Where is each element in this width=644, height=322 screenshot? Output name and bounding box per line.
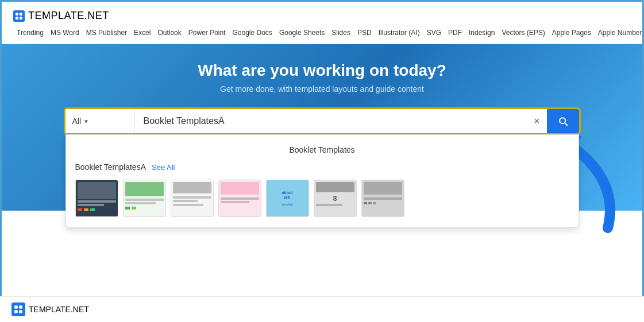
nav-item-slides[interactable]: Slides — [328, 28, 354, 38]
template-thumbnail[interactable] — [123, 180, 166, 217]
footer: TEMPLATE.NET — [0, 296, 644, 322]
svg-rect-2 — [16, 17, 18, 20]
hero-section: What are you working on today? Get more … — [2, 44, 642, 211]
logo-text: TEMPLATE.NET — [28, 10, 109, 22]
nav-item-mspublisher[interactable]: MS Publisher — [83, 28, 130, 38]
footer-logo-icon — [11, 302, 25, 316]
nav-item-applenumbers[interactable]: Apple Numbers — [595, 28, 644, 38]
nav-item-excel[interactable]: Excel — [130, 28, 154, 38]
main-nav: Trending MS Word MS Publisher Excel Outl… — [13, 28, 631, 38]
nav-item-svg[interactable]: SVG — [423, 28, 445, 38]
nav-item-indesign[interactable]: Indesign — [465, 28, 498, 38]
template-thumbnail[interactable] — [361, 180, 404, 217]
dropdown-row: Booklet TemplatesA See All — [66, 159, 579, 175]
nav-item-illustrator[interactable]: Illustrator (AI) — [375, 28, 423, 38]
svg-rect-5 — [14, 305, 18, 309]
svg-rect-7 — [14, 310, 18, 313]
search-category-dropdown[interactable]: All ▼ — [65, 109, 134, 133]
nav-item-googledocs[interactable]: Google Docs — [229, 28, 276, 38]
search-icon — [557, 115, 569, 127]
search-button[interactable] — [547, 109, 579, 133]
nav-item-googlesheets[interactable]: Google Sheets — [276, 28, 328, 38]
svg-rect-1 — [20, 13, 22, 15]
search-input[interactable] — [134, 109, 527, 133]
template-thumbnail[interactable] — [75, 180, 118, 217]
clear-search-button[interactable]: × — [527, 109, 547, 133]
search-bar: All ▼ × Booklet Templates Booklet Templa… — [64, 107, 581, 135]
nav-item-vectors[interactable]: Vectors (EPS) — [498, 28, 548, 38]
search-category-label: All — [72, 117, 82, 126]
logo[interactable]: TEMPLATE.NET — [13, 10, 631, 22]
nav-item-psd[interactable]: PSD — [354, 28, 375, 38]
see-all-link[interactable]: See All — [152, 163, 175, 172]
template-thumbnail[interactable] — [218, 180, 261, 217]
footer-logo-text: TEMPLATE.NET — [29, 305, 89, 314]
dropdown-thumbnails: aboutME template 8 — [66, 175, 579, 222]
svg-rect-0 — [16, 13, 18, 15]
nav-item-powerpoint[interactable]: Power Point — [185, 28, 229, 38]
template-thumbnail[interactable] — [171, 180, 214, 217]
svg-rect-8 — [19, 310, 22, 313]
chevron-down-icon: ▼ — [83, 118, 89, 125]
hero-subheading: Get more done, with templated layouts an… — [13, 84, 631, 94]
dropdown-row-title: Booklet TemplatesA — [75, 162, 146, 172]
template-thumbnail[interactable]: 8 — [314, 180, 357, 217]
nav-item-msword[interactable]: MS Word — [47, 28, 83, 38]
nav-item-trending[interactable]: Trending — [13, 28, 47, 38]
search-dropdown: Booklet Templates Booklet TemplatesA See… — [65, 134, 579, 228]
nav-item-applepages[interactable]: Apple Pages — [549, 28, 595, 38]
header: TEMPLATE.NET Trending MS Word MS Publish… — [2, 2, 642, 44]
hero-heading: What are you working on today? — [13, 61, 631, 80]
logo-icon — [13, 10, 25, 22]
svg-rect-6 — [19, 305, 22, 309]
template-thumbnail[interactable]: aboutME template — [266, 180, 309, 217]
svg-rect-3 — [20, 17, 22, 20]
nav-item-outlook[interactable]: Outlook — [154, 28, 184, 38]
nav-item-pdf[interactable]: PDF — [445, 28, 465, 38]
dropdown-suggestion-item[interactable]: Booklet Templates — [66, 141, 579, 159]
